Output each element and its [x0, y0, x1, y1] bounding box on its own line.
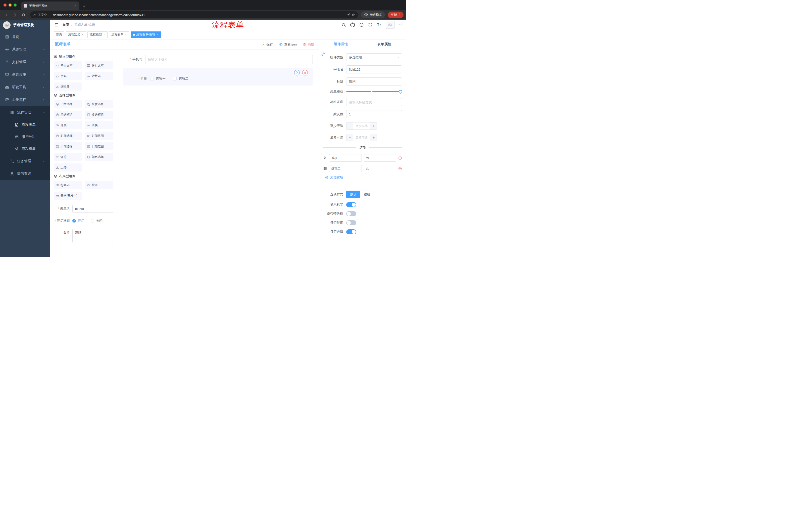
drag-handle-icon[interactable] [323, 156, 327, 160]
sidebar-item-task-management[interactable]: 任务管理 [0, 155, 50, 167]
label-width-input[interactable] [346, 98, 402, 106]
max-select-input[interactable] [353, 134, 370, 141]
increase-icon[interactable] [370, 123, 377, 130]
help-icon[interactable] [359, 23, 364, 27]
sidebar-logo[interactable]: 芋道管理系统 [0, 20, 50, 31]
palette-item-color-picker[interactable]: 颜色选择 [85, 153, 113, 161]
component-type-select[interactable]: 多选框组 [346, 53, 402, 61]
palette-item-counter[interactable]: 计数器 [85, 72, 113, 80]
sidebar-item-infra[interactable]: 基础设施 [0, 69, 50, 81]
palette-item-rate[interactable]: 评分 [54, 153, 82, 161]
title-input[interactable] [346, 77, 402, 85]
sidebar-toggle-icon[interactable] [54, 23, 59, 27]
browser-tab[interactable]: 芋道管理系统 [21, 1, 79, 10]
decrease-icon[interactable] [346, 134, 353, 141]
window-zoom-button[interactable] [13, 3, 17, 6]
palette-item-table[interactable]: 表格[开发中] [54, 192, 82, 200]
sidebar-item-leave-query[interactable]: 请假查询 [0, 167, 50, 180]
default-value-input[interactable] [346, 110, 402, 118]
address-bar[interactable]: 不安全 | dashboard.yudao.iocoder.cn/bpm/man… [30, 11, 358, 18]
font-size-icon[interactable] [377, 22, 381, 27]
forward-icon[interactable] [11, 11, 19, 19]
tab-component-props[interactable]: 组件属性 [319, 39, 362, 49]
form-name-input[interactable] [72, 205, 113, 213]
delete-field-button[interactable] [302, 70, 308, 76]
border-switch[interactable] [346, 211, 356, 216]
palette-item-upload[interactable]: 上传 [54, 163, 82, 171]
avatar-caret-icon[interactable] [399, 23, 402, 26]
fullscreen-icon[interactable] [368, 23, 372, 27]
sidebar-item-process-management[interactable]: 流程管理 [0, 106, 50, 119]
palette-item-password[interactable]: 密码 [54, 72, 82, 80]
avatar[interactable] [386, 21, 395, 29]
required-switch[interactable] [346, 229, 356, 234]
grid-slider[interactable] [346, 91, 401, 92]
add-option-button[interactable]: 添加选项 [325, 175, 402, 180]
palette-item-switch[interactable]: 开关 [54, 121, 82, 129]
tag-process-form[interactable]: 流程表单 [109, 31, 129, 38]
sidebar-item-devtools[interactable]: 研发工具 [0, 81, 50, 93]
palette-item-date-range[interactable]: 日期范围 [85, 142, 113, 151]
decrease-icon[interactable] [346, 123, 353, 130]
palette-item-radio-group[interactable]: 单选框组 [54, 111, 82, 119]
sidebar-item-payment[interactable]: 支付管理 [0, 56, 50, 69]
link-icon[interactable] [321, 52, 325, 56]
palette-item-slider[interactable]: 滑块 [85, 121, 113, 129]
github-icon[interactable] [350, 22, 355, 27]
reload-icon[interactable] [20, 11, 27, 19]
save-button[interactable]: 保存 [261, 42, 273, 47]
palette-item-cascader[interactable]: 级联选择 [85, 100, 113, 108]
checkbox-icon[interactable] [173, 77, 177, 80]
palette-item-select[interactable]: 下拉选择 [54, 100, 82, 108]
new-tab-button[interactable] [82, 4, 86, 8]
view-json-button[interactable]: 查看json [279, 42, 297, 47]
form-remark-textarea[interactable]: 嘿嘿 [72, 229, 113, 243]
tag-home[interactable]: 首页 [54, 31, 64, 38]
sidebar-item-process-model[interactable]: 流程模型 [0, 143, 50, 155]
sidebar-item-workflow[interactable]: 工作流程 [0, 93, 50, 106]
not-secure-warning-icon[interactable] [33, 13, 36, 17]
tag-close-icon[interactable] [156, 33, 159, 36]
sidebar-item-user-group[interactable]: 用户分组 [0, 131, 50, 143]
password-key-icon[interactable] [346, 13, 350, 17]
tag-process-definition[interactable]: 流程定义 [66, 31, 86, 38]
checkbox-icon[interactable] [150, 77, 154, 80]
palette-item-editor[interactable]: 编辑器 [54, 82, 82, 90]
tag-process-form-edit[interactable]: 流程表单-编辑 [130, 31, 161, 38]
palette-item-checkbox-group[interactable]: 多选框组 [85, 111, 113, 119]
breadcrumb-home[interactable]: 首页 [63, 23, 69, 27]
tab-close-icon[interactable] [74, 4, 77, 7]
increase-icon[interactable] [370, 134, 377, 141]
browser-menu-icon[interactable] [398, 13, 402, 17]
gender-option-1[interactable]: 选项一 [150, 77, 166, 81]
sidebar-item-system[interactable]: 系统管理 [0, 43, 50, 56]
sidebar-item-home[interactable]: 首页 [0, 31, 50, 43]
window-close-button[interactable] [3, 3, 6, 6]
phone-input[interactable] [145, 55, 313, 64]
min-select-input[interactable] [353, 123, 370, 130]
slider-handle[interactable] [399, 90, 402, 93]
palette-item-date-picker[interactable]: 日期选择 [54, 142, 82, 151]
status-on-radio[interactable]: 开启 [72, 218, 84, 223]
option-style-default-button[interactable]: 默认 [346, 191, 360, 198]
field-name-input[interactable] [346, 65, 402, 74]
option-2-label-input[interactable] [329, 165, 362, 172]
tag-close-icon[interactable] [125, 33, 127, 36]
tag-close-icon[interactable] [103, 33, 105, 36]
clear-button[interactable]: 清空 [303, 42, 314, 47]
sidebar-item-process-form[interactable]: 流程表单 [0, 119, 50, 131]
palette-item-button[interactable]: 按钮 [85, 181, 113, 189]
bookmark-star-icon[interactable] [351, 13, 355, 17]
tag-process-model[interactable]: 流程模型 [87, 31, 108, 38]
search-icon[interactable] [342, 23, 346, 27]
back-icon[interactable] [2, 11, 10, 19]
option-style-button-button[interactable]: 按钮 [360, 191, 374, 198]
option-1-value-input[interactable] [364, 154, 397, 162]
disabled-switch[interactable] [346, 220, 356, 225]
option-2-value-input[interactable] [364, 165, 397, 172]
form-field-gender-selected[interactable]: 性别 选项一 选项二 [123, 68, 313, 85]
tag-close-icon[interactable] [81, 33, 84, 36]
form-field-phone[interactable]: 手机号 [123, 55, 313, 64]
status-off-radio[interactable]: 关闭 [91, 218, 103, 223]
show-label-switch[interactable] [346, 202, 356, 207]
